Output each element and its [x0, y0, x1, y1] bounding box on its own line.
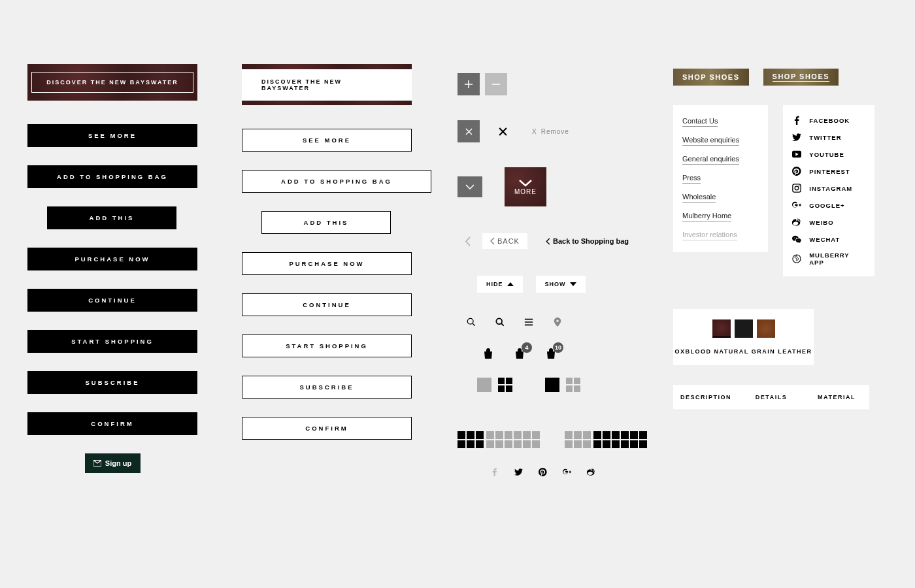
tab-details[interactable]: DETAILS [739, 385, 804, 410]
back-button[interactable]: BACK [482, 233, 527, 249]
hero-button-light[interactable]: DISCOVER THE NEW BAYSWATER [242, 64, 412, 105]
continue-button-outline[interactable]: CONTINUE [242, 293, 412, 316]
search-icon-large[interactable] [495, 318, 505, 327]
footer-link-contact[interactable]: Contact Us [682, 117, 718, 127]
chevron-left-icon [490, 237, 495, 245]
swatch-oxblood[interactable] [712, 319, 731, 338]
hero-button-label: DISCOVER THE NEW BAYSWATER [31, 72, 193, 93]
social-wechat[interactable]: WECHAT [792, 231, 865, 248]
add-this-button[interactable]: ADD THIS [47, 206, 176, 229]
svg-point-0 [467, 318, 473, 324]
grid-view-four[interactable] [498, 378, 512, 392]
hide-toggle[interactable]: HIDE [477, 276, 523, 293]
add-this-button-outline[interactable]: ADD THIS [261, 211, 391, 234]
add-to-bag-button[interactable]: ADD TO SHOPPING BAG [27, 165, 197, 188]
shopping-bag-icon-count[interactable]: 4 [514, 348, 525, 359]
hero-button-dark[interactable]: DISCOVER THE NEW BAYSWATER [27, 64, 197, 101]
color-grid-b2[interactable] [593, 431, 647, 448]
pinterest-icon[interactable] [539, 468, 547, 476]
footer-link-press[interactable]: Press [682, 174, 701, 184]
product-tabs: DESCRIPTION DETAILS MATERIAL [673, 385, 869, 410]
chevron-left-icon [546, 238, 550, 245]
shop-shoes-banner-hover[interactable]: SHOP SHOES [763, 69, 839, 86]
color-grid-a[interactable] [458, 431, 484, 448]
continue-button[interactable]: CONTINUE [27, 289, 197, 312]
add-to-bag-button-outline[interactable]: ADD TO SHOPPING BAG [242, 170, 431, 193]
facebook-icon[interactable] [490, 468, 499, 476]
svg-point-4 [795, 186, 799, 190]
social-weibo[interactable]: WEIBO [792, 214, 865, 231]
social-googleplus[interactable]: GOOGLE+ [792, 197, 865, 214]
footer-link-investor[interactable]: Investor relations [682, 231, 737, 240]
menu-icon[interactable] [524, 318, 533, 327]
search-icon-small[interactable] [467, 318, 476, 327]
footer-link-website-enq[interactable]: Website enquiries [682, 136, 739, 146]
close-button-filled[interactable] [458, 120, 480, 142]
weibo-icon[interactable] [587, 468, 595, 476]
subscribe-button[interactable]: SUBSCRIBE [27, 371, 197, 394]
envelope-icon [93, 460, 101, 466]
twitter-icon [792, 133, 801, 142]
googleplus-icon[interactable] [563, 468, 571, 476]
social-twitter[interactable]: TWITTER [792, 129, 865, 146]
expand-button[interactable] [458, 176, 482, 197]
purchase-now-button-outline[interactable]: PURCHASE NOW [242, 252, 412, 275]
footer-link-general-enq[interactable]: General enquiries [682, 155, 739, 165]
svg-rect-3 [793, 184, 801, 192]
social-youtube[interactable]: YOUTUBE [792, 146, 865, 163]
tab-material[interactable]: MATERIAL [804, 385, 869, 410]
shopping-bag-icon[interactable] [482, 348, 494, 359]
grid-view-single[interactable] [477, 378, 491, 392]
shop-shoes-banner[interactable]: SHOP SHOES [673, 69, 749, 86]
twitter-icon[interactable] [514, 468, 523, 476]
confirm-button-outline[interactable]: CONFIRM [242, 417, 412, 440]
more-tile-button[interactable]: MORE [505, 167, 546, 206]
svg-point-5 [799, 186, 800, 187]
shopping-bag-icon-count[interactable]: 10 [545, 348, 557, 359]
social-pinterest[interactable]: PINTEREST [792, 163, 865, 180]
swatch-oak[interactable] [757, 319, 775, 338]
facebook-icon [792, 116, 801, 125]
start-shopping-button[interactable]: START SHOPPING [27, 330, 197, 353]
wechat-icon [792, 235, 801, 244]
decrement-button[interactable] [485, 73, 507, 95]
swatch-black[interactable] [735, 319, 753, 338]
grid-view-four-inactive[interactable] [566, 378, 580, 392]
show-toggle[interactable]: SHOW [536, 276, 586, 293]
confirm-button[interactable]: CONFIRM [27, 412, 197, 435]
grid-view-single-active[interactable] [545, 378, 559, 392]
back-to-bag-link[interactable]: Back to Shopping bag [546, 237, 629, 245]
minus-icon [492, 80, 500, 88]
svg-point-1 [496, 318, 502, 324]
footer-link-mulberry-home[interactable]: Mulberry Home [682, 212, 731, 221]
googleplus-icon [792, 201, 801, 210]
color-grid-a2[interactable] [565, 431, 591, 448]
increment-button[interactable] [458, 73, 480, 95]
color-grid-b[interactable] [486, 431, 540, 448]
see-more-button[interactable]: SEE MORE [27, 124, 197, 147]
swatch-label: OXBLOOD NATURAL GRAIN LEATHER [673, 348, 814, 355]
x-icon: X [532, 128, 537, 135]
subscribe-button-outline[interactable]: SUBSCRIBE [242, 376, 412, 399]
signup-button[interactable]: Sign up [85, 453, 141, 473]
chevron-left-icon [465, 237, 471, 246]
social-instagram[interactable]: INSTAGRAM [792, 180, 865, 197]
social-facebook[interactable]: FACEBOOK [792, 112, 865, 129]
caret-up-icon [507, 282, 514, 286]
start-shopping-button-outline[interactable]: START SHOPPING [242, 335, 412, 357]
back-arrow-button[interactable] [458, 231, 477, 251]
see-more-button-outline[interactable]: SEE MORE [242, 129, 412, 152]
footer-links-panel: Contact Us Website enquiries General enq… [673, 105, 768, 252]
location-pin-icon[interactable] [553, 318, 562, 327]
remove-link[interactable]: X Remove [532, 128, 569, 135]
hero-button-label: DISCOVER THE NEW BAYSWATER [242, 69, 412, 101]
footer-link-wholesale[interactable]: Wholesale [682, 193, 716, 203]
tab-description[interactable]: DESCRIPTION [673, 385, 739, 410]
close-button-plain[interactable] [491, 120, 514, 142]
social-app[interactable]: MULBERRY APP [792, 248, 865, 270]
caret-down-icon [570, 282, 576, 286]
plus-icon [465, 80, 473, 88]
purchase-now-button[interactable]: PURCHASE NOW [27, 248, 197, 270]
swatch-selector: OXBLOOD NATURAL GRAIN LEATHER [673, 309, 814, 365]
pinterest-icon [792, 167, 801, 176]
